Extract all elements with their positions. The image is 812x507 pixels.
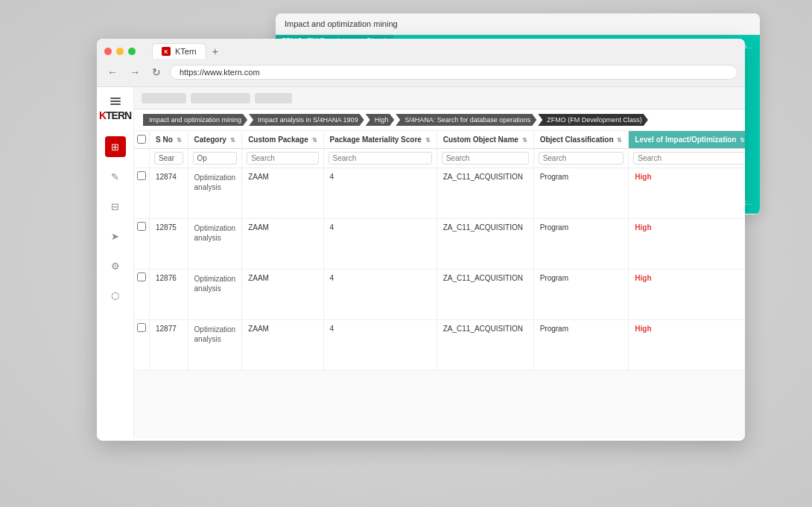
header-obj-name[interactable]: Custom Object Name ⇅ [437,131,533,149]
row-checkbox-cell [134,270,150,320]
row-checkbox[interactable] [137,222,146,231]
cell-level: High [629,219,745,270]
table-filter-row [134,149,745,168]
minimize-button[interactable] [116,48,124,55]
cell-level: High [629,270,745,320]
header-custom-package[interactable]: Custom Package ⇅ [242,131,323,149]
table-row: 12877 Optimization analysis ZAAM 4 ZA_C1… [134,320,745,371]
table-body: 12874 Optimization analysis ZAAM 4 ZA_C1… [134,168,745,371]
row-checkbox[interactable] [137,323,146,332]
cell-level: High [629,320,745,371]
cell-score: 4 [323,320,437,371]
filter-sno-input[interactable] [154,152,183,165]
breadcrumb-zfmo[interactable]: ZFMO (FM Development Class) [538,114,648,126]
cell-obj-class: Program [533,168,629,219]
breadcrumb-impact-analysis[interactable]: Impact analysis in S/4HANA 1909 [249,114,364,126]
new-tab-button[interactable]: + [209,45,221,57]
cell-pkg: ZAAM [242,219,323,270]
filter-checkbox-col [134,149,150,168]
filter-pkg-input[interactable] [247,152,318,165]
table-container: S No ⇅ Category ⇅ Custom Package ⇅ Packa… [134,131,745,439]
forward-button[interactable]: → [127,65,143,80]
cell-obj-class: Program [533,219,629,270]
browser-chrome: K KTern + ← → ↻ https://www.ktern.com [97,39,745,87]
filter-objclass-input[interactable] [539,152,624,165]
back-button[interactable]: ← [104,65,121,80]
header-sno[interactable]: S No ⇅ [150,131,188,149]
tab-favicon: K [162,47,171,56]
browser-controls: K KTern + [104,43,738,59]
sidebar: KTERN ⊞ ✎ ⊟ ➤ ⚙ ⬡ [97,87,134,439]
filter-cat-input[interactable] [193,152,238,165]
cell-level: High [629,168,745,219]
header-checkbox[interactable] [134,131,150,149]
sidebar-icon-dashboard[interactable]: ⊞ [105,136,126,157]
maximize-button[interactable] [128,48,136,55]
cell-score: 4 [323,270,437,320]
cell-category: Optimization analysis [188,219,242,270]
table-header-row: S No ⇅ Category ⇅ Custom Package ⇅ Packa… [134,131,745,149]
filter-score-input[interactable] [329,152,432,165]
header-obj-class[interactable]: Object Classification ⇅ [533,131,629,149]
filter-objname-input[interactable] [442,152,529,165]
cell-obj-class: Program [533,270,629,320]
header-pkg-score[interactable]: Package Materiality Score ⇅ [323,131,437,149]
hamburger-menu[interactable] [107,95,124,108]
cell-obj-name: ZA_C11_ACQUISITION [437,219,533,270]
row-checkbox-cell [134,219,150,270]
header-category[interactable]: Category ⇅ [188,131,242,149]
cell-obj-name: ZA_C11_ACQUISITION [437,270,533,320]
breadcrumb-impact-mining[interactable]: Impact and optimization mining [143,114,247,126]
table-row: 12876 Optimization analysis ZAAM 4 ZA_C1… [134,270,745,320]
cell-pkg: ZAAM [242,270,323,320]
cell-pkg: ZAAM [242,168,323,219]
data-table: S No ⇅ Category ⇅ Custom Package ⇅ Packa… [134,131,745,371]
sidebar-icon-send[interactable]: ➤ [105,226,126,246]
filter-level-input[interactable] [633,152,745,165]
sidebar-icon-filter[interactable]: ⬡ [105,285,126,306]
breadcrumb-high[interactable]: High [366,114,395,126]
cell-pkg: ZAAM [242,320,323,371]
address-bar[interactable]: https://www.ktern.com [170,65,738,80]
app-container: KTERN ⊞ ✎ ⊟ ➤ ⚙ ⬡ [97,87,745,439]
cell-category: Optimization analysis [188,320,242,371]
filter-pkg [242,149,323,168]
sidebar-icon-edit[interactable]: ✎ [105,166,126,187]
close-button[interactable] [104,48,112,55]
cell-obj-class: Program [533,320,629,371]
filter-level [629,149,745,168]
filter-objname [437,149,533,168]
cell-sno: 12874 [150,168,188,219]
breadcrumb-search-db[interactable]: S/4HANA: Search for database operations [396,114,536,126]
row-checkbox[interactable] [137,272,146,281]
filter-sno [150,149,188,168]
tab-bar: K KTern + [152,43,221,59]
filter-score [323,149,437,168]
tab-label: KTern [175,47,197,56]
row-checkbox-cell [134,320,150,371]
modal-title: Impact and optimization mining [285,19,398,28]
select-all-checkbox[interactable] [137,135,146,144]
modal-titlebar: Impact and optimization mining [276,13,760,35]
cell-sno: 12875 [150,219,188,270]
sidebar-icon-grid[interactable]: ⊟ [105,196,126,217]
sidebar-icon-settings[interactable]: ⚙ [105,255,126,276]
table-row: 12874 Optimization analysis ZAAM 4 ZA_C1… [134,168,745,219]
table-row: 12875 Optimization analysis ZAAM 4 ZA_C1… [134,219,745,270]
reload-button[interactable]: ↻ [149,65,164,80]
address-bar-row: ← → ↻ https://www.ktern.com [104,63,738,82]
cell-sno: 12877 [150,320,188,371]
cell-sno: 12876 [150,270,188,320]
app-logo: KTERN [99,109,131,121]
browser-window: K KTern + ← → ↻ https://www.ktern.com [97,39,745,441]
cell-obj-name: ZA_C11_ACQUISITION [437,320,533,371]
cell-score: 4 [323,168,437,219]
row-checkbox[interactable] [137,171,146,180]
cell-category: Optimization analysis [188,168,242,219]
cell-obj-name: ZA_C11_ACQUISITION [437,168,533,219]
cell-category: Optimization analysis [188,270,242,320]
header-level[interactable]: Level of Impact/Optimization ⇅ [629,131,745,149]
row-checkbox-cell [134,168,150,219]
filter-objclass [533,149,629,168]
browser-tab[interactable]: K KTern [152,43,206,59]
